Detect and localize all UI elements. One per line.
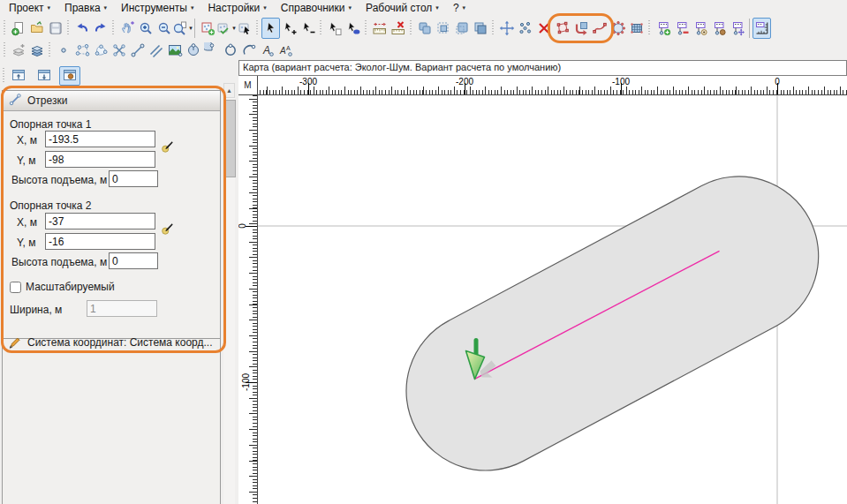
btn-select[interactable] [261,18,280,39]
v-ruler-label: -100 [241,373,251,391]
point2-height-input[interactable] [109,252,158,269]
point2-y-input[interactable] [45,233,155,250]
layers-gray-icon [11,42,26,58]
src-move-icon [730,20,745,36]
scrollbar-thumb[interactable] [224,100,236,177]
btn-source-move[interactable] [728,18,746,39]
btn-source-view[interactable] [691,18,709,39]
pick-from-map-icon[interactable] [160,139,174,154]
btn-draw-parallel[interactable] [147,41,165,59]
pick-from-map-icon[interactable] [160,222,174,236]
btn-object-check[interactable]: ▾ [216,18,235,39]
sel-sub-icon [454,20,470,36]
menu-6[interactable]: Рабочий стол▾ [359,1,446,16]
btn-selection-subtract[interactable] [452,18,471,39]
btn-segment-draw[interactable] [571,18,590,39]
btn-draw-image[interactable] [165,41,184,59]
btn-draw-cut[interactable] [110,41,128,59]
menu-1[interactable]: Проект▾ [2,1,57,16]
btn-draw-arc[interactable] [239,41,258,59]
btn-draw-sector[interactable] [202,41,221,59]
segments-panel-header[interactable]: Отрезки [3,91,220,111]
btn-curve-draw[interactable] [590,18,609,39]
point1-x-input[interactable] [45,131,155,147]
poly-round-icon [93,42,109,58]
mesh-icon [629,20,645,36]
menu-5[interactable]: Справочники▾ [274,1,359,16]
btn-draw-polygon-rounded[interactable] [91,41,110,59]
btn-source-point[interactable] [709,18,728,39]
btn-object-pointer[interactable] [235,18,253,39]
ringc-icon [223,42,238,58]
btn-split-nodes[interactable] [516,18,534,39]
btn-draw-point[interactable] [54,41,72,59]
btn-select-node[interactable] [344,18,362,39]
btn-select-subtract[interactable] [299,18,317,39]
btn-ellipse-nodes[interactable] [609,18,627,39]
btn-delete-object[interactable] [534,18,553,39]
toolbar-grip [255,20,260,36]
btn-panel-up[interactable] [8,66,29,86]
btn-source-ruler[interactable] [752,18,771,39]
btn-draw-text-small[interactable]: AA [276,41,295,59]
btn-panel-props[interactable] [59,66,80,86]
point1-height-input[interactable] [109,170,158,187]
scalable-checkbox[interactable] [10,282,21,293]
btn-mesh-area[interactable] [627,18,646,39]
btn-selection-new[interactable] [434,18,452,39]
panel-title: Отрезки [27,94,67,107]
btn-draw-text[interactable]: A [258,41,276,59]
cut-icon [111,42,127,58]
btn-select-add[interactable] [280,18,299,39]
btn-zoom-extent[interactable]: ▾ [173,18,192,39]
width-input[interactable] [87,300,157,317]
pointer-icon [263,20,279,36]
btn-draw-circle[interactable] [184,41,202,59]
btn-select-page[interactable] [325,18,344,39]
btn-undo[interactable] [72,18,91,39]
btn-layers[interactable] [27,41,46,59]
btn-object-add[interactable] [198,18,216,39]
btn-layers-new[interactable] [9,41,27,59]
sel-int-icon [473,20,488,36]
map-canvas[interactable] [258,95,847,504]
point2-x-input[interactable] [45,213,155,229]
btn-area-nodes[interactable] [553,18,571,39]
btn-draw-ring[interactable] [221,41,239,59]
poly-dash-icon [74,42,90,58]
toolbar-grip [319,20,323,36]
menu-4[interactable]: Настройки▾ [200,1,273,16]
btn-source-remove[interactable] [672,18,691,39]
coord-system-row[interactable]: Система координат: Система коорд... [3,334,220,355]
btn-zoom-out[interactable] [155,18,173,39]
btn-measure[interactable] [370,18,389,39]
toolbar-separator [749,19,750,38]
zoom-in-icon [138,20,154,36]
menu-7[interactable]: ?▾ [446,1,473,16]
scroll-up-arrow-icon[interactable]: ▲ [223,83,235,98]
btn-panel-down[interactable] [34,66,55,86]
btn-draw-line[interactable] [128,41,147,59]
btn-new-project[interactable] [9,18,27,39]
menu-caret-icon: ▾ [263,4,267,11]
svg-text:A: A [279,46,286,56]
horizontal-ruler: -300-200-1000 [258,76,847,95]
btn-measure-clear[interactable] [389,18,407,39]
btn-move-nodes[interactable] [497,18,516,39]
btn-draw-polygon[interactable] [72,41,91,59]
toolbar-grip [3,20,7,36]
btn-source-add[interactable] [654,18,672,39]
btn-pan[interactable] [117,18,136,39]
point1-y-input[interactable] [45,151,155,168]
btn-selection-union[interactable] [415,18,434,39]
panel-scrollbar[interactable]: ▲ [223,83,235,504]
btn-zoom-in[interactable] [136,18,155,39]
point1-y-label: Y, м [17,154,35,167]
btn-save-project[interactable] [46,18,64,39]
ruler-unit-box: М [238,76,258,95]
menu-2[interactable]: Правка▾ [57,1,114,16]
btn-selection-intersect[interactable] [471,18,489,39]
menu-3[interactable]: Инструменты▾ [114,1,200,16]
btn-open-project[interactable] [27,18,46,39]
btn-redo[interactable] [91,18,110,39]
